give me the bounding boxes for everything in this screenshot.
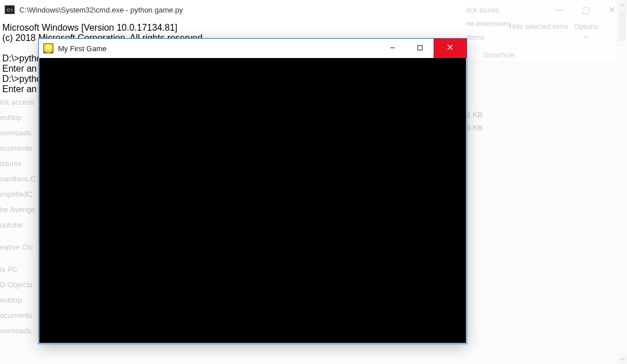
minimize-icon [389,44,396,53]
game-window-controls [379,39,467,58]
maximize-icon [416,43,423,53]
ribbon-options[interactable]: Options [569,23,603,40]
minimize-button[interactable]: — [546,1,572,18]
game-titlebar[interactable]: My First Game [39,39,467,58]
ribbon-label: Hide selected items [509,23,569,31]
scroll-up-button[interactable] [617,0,627,10]
close-icon: ✕ [608,5,616,15]
cmd-line: Microsoft Windows [Version 10.0.17134.81… [2,23,178,32]
file-size: 3 KB [467,123,482,132]
cmd-line: Enter an [2,84,36,94]
pygame-icon [43,43,53,53]
svg-rect-26 [418,46,422,50]
ribbon-label: Options [574,23,597,31]
scroll-down-button[interactable] [617,354,627,364]
ribbon-group-showhide: Show/hide [482,51,514,59]
maximize-button[interactable] [406,39,434,58]
minimize-button[interactable] [379,39,406,58]
cmd-line: Enter an [2,64,36,73]
game-window: My First Game [38,38,467,344]
chevron-up-icon [620,2,625,8]
maximize-icon: ▢ [581,5,590,15]
file-size: 1 KB [467,110,482,119]
chevron-down-icon [620,356,625,362]
close-icon [446,43,454,53]
game-surface[interactable] [39,58,466,343]
file-row[interactable]: 3 KB [467,121,482,134]
chevron-down-icon [583,34,589,40]
file-row[interactable]: 1 KB [467,108,482,121]
ribbon-hide-selected[interactable]: Hide selected items [517,23,561,31]
cmd-icon-text: C:\ [7,7,13,13]
close-button[interactable] [434,39,467,58]
cmd-icon: C:\ [5,5,15,14]
vertical-scrollbar[interactable] [617,0,627,364]
file-list-fragment: 1 KB 3 KB [467,108,482,134]
cmd-titlebar[interactable]: C:\ C:\Windows\System32\cmd.exe - python… [0,0,467,19]
game-window-title: My First Game [58,44,106,53]
scroll-thumb[interactable] [618,10,626,41]
minimize-icon: — [555,5,564,15]
maximize-button[interactable]: ▢ [572,1,599,18]
cmd-title: C:\Windows\System32\cmd.exe - python gam… [19,6,183,14]
explorer-window-controls: — ▢ ✕ [546,1,625,18]
